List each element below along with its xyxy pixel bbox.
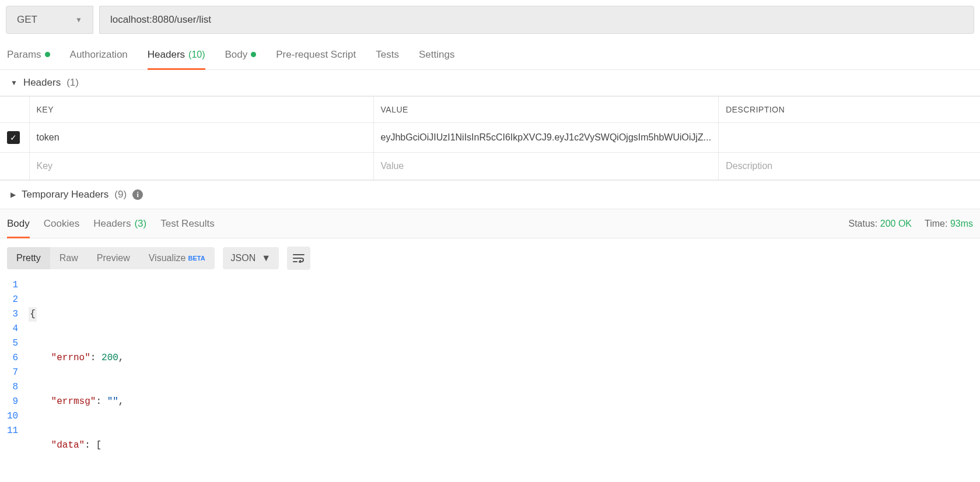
url-input[interactable]: [99, 6, 974, 34]
temporary-headers-header[interactable]: ▶ Temporary Headers (9) i: [0, 180, 980, 209]
tab-authorization-label: Authorization: [70, 49, 128, 61]
header-value-cell[interactable]: eyJhbGciOiJIUzI1NiIsInR5cCI6IkpXVCJ9.eyJ…: [373, 123, 719, 153]
header-row: ✓ token eyJhbGciOiJIUzI1NiIsInR5cCI6IkpX…: [0, 123, 980, 153]
response-tab-cookies[interactable]: Cookies: [44, 209, 79, 238]
col-key: KEY: [29, 97, 373, 123]
chevron-down-icon: ▼: [75, 16, 82, 24]
viewmode-pretty[interactable]: Pretty: [7, 247, 50, 269]
header-key-placeholder[interactable]: Key: [29, 153, 373, 180]
line-gutter: 1 2 3 4 5 6 7 8 9 10 11: [7, 278, 29, 482]
tab-body[interactable]: Body: [225, 40, 257, 69]
response-tab-headers[interactable]: Headers (3): [93, 209, 146, 238]
status-value: 200 OK: [880, 219, 912, 228]
wrap-lines-button[interactable]: [287, 247, 310, 270]
header-desc-placeholder[interactable]: Description: [719, 153, 980, 180]
row-checkbox[interactable]: ✓: [7, 131, 20, 144]
code-content[interactable]: { "errno": 200, "errmsg": "", "data": [ …: [29, 278, 973, 482]
viewmode-raw[interactable]: Raw: [50, 247, 88, 269]
headers-section-count: (1): [66, 77, 79, 89]
response-tab-body-label: Body: [7, 218, 30, 230]
http-method-select[interactable]: GET ▼: [6, 6, 93, 34]
response-body: 1 2 3 4 5 6 7 8 9 10 11 { "errno": 200, …: [0, 278, 980, 482]
tab-prerequest[interactable]: Pre-request Script: [276, 40, 356, 69]
tab-settings[interactable]: Settings: [419, 40, 454, 69]
tab-authorization[interactable]: Authorization: [70, 40, 128, 69]
col-value: VALUE: [373, 97, 719, 123]
tab-prerequest-label: Pre-request Script: [276, 49, 356, 61]
tab-body-label: Body: [225, 49, 248, 61]
response-tab-tests-label: Test Results: [160, 218, 215, 230]
status-label: Status:: [848, 219, 877, 228]
col-description: DESCRIPTION: [719, 97, 980, 123]
request-bar: GET ▼: [0, 0, 980, 40]
response-tab-tests[interactable]: Test Results: [160, 209, 215, 238]
viewmode-visualize[interactable]: Visualize BETA: [139, 247, 215, 269]
header-key-cell[interactable]: token: [29, 123, 373, 153]
response-tab-cookies-label: Cookies: [44, 218, 79, 230]
chevron-down-icon: ▼: [261, 253, 271, 263]
headers-section-title: Headers: [23, 77, 61, 89]
headers-table: KEY VALUE DESCRIPTION ✓ token eyJhbGciOi…: [0, 96, 980, 180]
format-value: JSON: [231, 253, 256, 263]
response-tab-body[interactable]: Body: [7, 209, 30, 238]
response-tab-headers-count: (3): [134, 218, 146, 230]
viewmode-bar: Pretty Raw Preview Visualize BETA JSON ▼: [0, 238, 980, 278]
tab-tests-label: Tests: [376, 49, 399, 61]
temporary-headers-title: Temporary Headers: [22, 189, 108, 200]
headers-section-header[interactable]: ▼ Headers (1): [0, 70, 980, 96]
header-value-placeholder[interactable]: Value: [373, 153, 719, 180]
tab-headers-count: (10): [188, 50, 205, 60]
response-bar: Body Cookies Headers (3) Test Results St…: [0, 209, 980, 238]
time-value: 93ms: [950, 219, 973, 228]
format-select[interactable]: JSON ▼: [223, 247, 279, 269]
request-tabs: Params Authorization Headers (10) Body P…: [0, 40, 980, 70]
header-desc-cell[interactable]: [719, 123, 980, 153]
tab-settings-label: Settings: [419, 49, 454, 61]
response-tabs: Body Cookies Headers (3) Test Results: [7, 209, 215, 238]
beta-badge: BETA: [188, 255, 205, 262]
caret-down-icon: ▼: [10, 79, 18, 87]
viewmode-preview[interactable]: Preview: [88, 247, 139, 269]
col-checkbox: [0, 97, 29, 123]
caret-right-icon: ▶: [10, 191, 16, 199]
tab-headers-label: Headers: [148, 49, 185, 61]
viewmode-group: Pretty Raw Preview Visualize BETA: [7, 247, 215, 269]
http-method-value: GET: [17, 14, 37, 26]
viewmode-visualize-label: Visualize: [149, 253, 186, 263]
response-status-info: Status: 200 OK Time: 93ms: [848, 219, 973, 229]
response-tab-headers-label: Headers: [93, 218, 131, 230]
status-dot-icon: [251, 52, 256, 57]
time-label: Time:: [925, 219, 947, 228]
tab-params-label: Params: [7, 49, 41, 61]
tab-tests[interactable]: Tests: [376, 40, 399, 69]
tab-headers[interactable]: Headers (10): [148, 40, 205, 69]
tab-params[interactable]: Params: [7, 40, 50, 69]
info-icon[interactable]: i: [132, 189, 143, 200]
header-row-empty: Key Value Description: [0, 153, 980, 180]
temporary-headers-count: (9): [114, 189, 127, 200]
status-dot-icon: [45, 52, 50, 57]
